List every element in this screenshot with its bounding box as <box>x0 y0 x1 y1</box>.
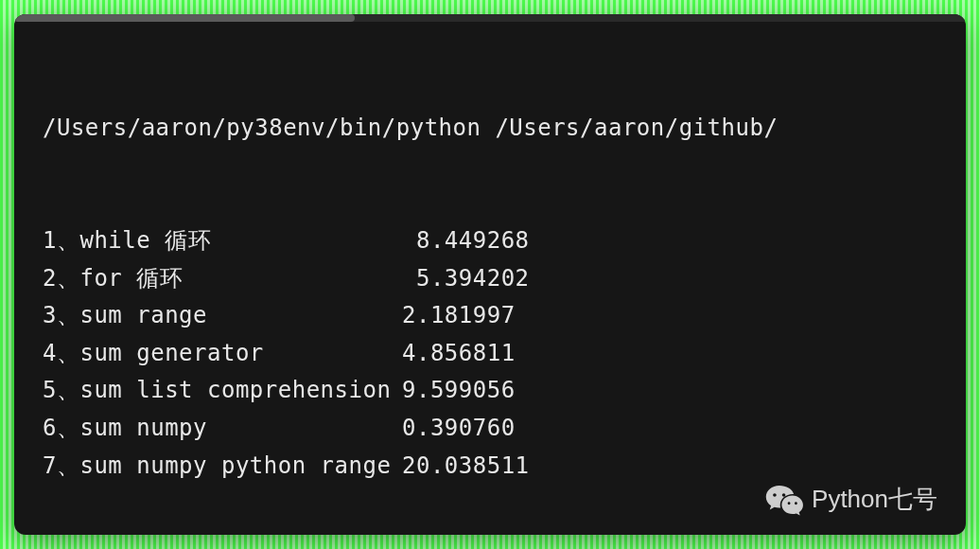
watermark: Python七号 <box>764 482 937 516</box>
result-value: 5.394202 <box>402 260 530 298</box>
result-value: 0.390760 <box>402 410 516 448</box>
result-value: 9.599056 <box>402 372 516 410</box>
result-value: 2.181997 <box>402 297 516 335</box>
result-row: 4、sum generator 4.856811 <box>43 335 937 373</box>
wechat-icon <box>764 482 804 516</box>
result-row: 5、sum list comprehension 9.599056 <box>43 372 937 410</box>
result-label: 4、sum generator <box>43 335 402 373</box>
horizontal-scrollbar-track[interactable] <box>14 14 966 22</box>
result-label: 7、sum numpy python range <box>43 448 402 486</box>
result-row: 7、sum numpy python range 20.038511 <box>43 448 937 486</box>
result-label: 1、while 循环 <box>43 222 402 260</box>
horizontal-scrollbar-thumb[interactable] <box>14 14 355 22</box>
terminal-output: /Users/aaron/py38env/bin/python /Users/a… <box>14 14 966 535</box>
result-row: 6、sum numpy 0.390760 <box>43 410 937 448</box>
result-label: 3、sum range <box>43 297 402 335</box>
result-value: 20.038511 <box>402 448 530 486</box>
result-value: 4.856811 <box>402 335 516 373</box>
watermark-text: Python七号 <box>812 483 937 516</box>
result-row: 3、sum range 2.181997 <box>43 297 937 335</box>
terminal-window: /Users/aaron/py38env/bin/python /Users/a… <box>14 14 966 535</box>
command-line: /Users/aaron/py38env/bin/python /Users/a… <box>43 110 937 148</box>
result-row: 1、while 循环 8.449268 <box>43 222 937 260</box>
result-value: 8.449268 <box>402 222 530 260</box>
result-label: 5、sum list comprehension <box>43 372 402 410</box>
result-label: 6、sum numpy <box>43 410 402 448</box>
result-row: 2、for 循环 5.394202 <box>43 260 937 298</box>
result-label: 2、for 循环 <box>43 260 402 298</box>
